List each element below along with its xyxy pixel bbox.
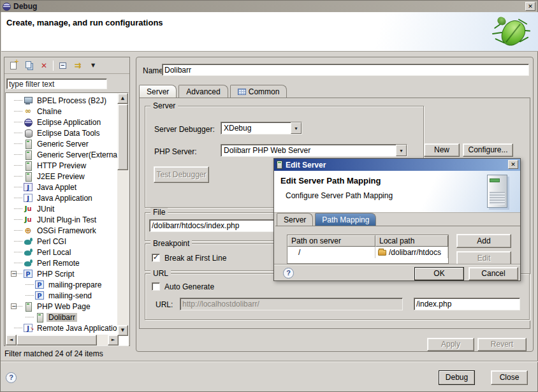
url-path-input[interactable] — [414, 298, 520, 310]
tree-item[interactable]: Dolibarr — [6, 312, 118, 323]
duplicate-config-icon[interactable] — [22, 60, 35, 71]
edit-mapping-button[interactable]: Edit — [456, 251, 511, 264]
expander-icon[interactable] — [11, 271, 17, 277]
tree-item[interactable]: BPEL Process (B2J) — [6, 95, 118, 106]
tree-item[interactable]: Perl Local — [6, 247, 118, 258]
close-button[interactable]: Close — [491, 370, 528, 385]
tree-item-label: PHP Web Page — [35, 302, 92, 311]
dialog-tab-path-mapping[interactable]: Path Mapping — [315, 213, 376, 226]
expander-icon[interactable] — [11, 303, 17, 309]
tree-item[interactable]: mailing-prepare — [6, 279, 118, 290]
tree-item[interactable]: Eclipse Data Tools — [6, 127, 118, 138]
dialog-close-button[interactable]: ✕ — [508, 160, 518, 169]
tree: BPEL Process (B2J)ChaîneEclipse Applicat… — [5, 92, 129, 346]
server-debugger-select[interactable]: XDebug ▼ — [221, 122, 302, 134]
php-icon — [35, 291, 44, 300]
test-debugger-button[interactable]: Test Debugger — [154, 166, 209, 183]
tab-server[interactable]: Server — [139, 85, 177, 98]
remote-java-icon — [24, 324, 33, 332]
php-server-select[interactable]: Dolibarr PHP Web Server ▼ — [221, 144, 407, 157]
revert-button[interactable]: Revert — [477, 338, 527, 351]
local-path-cell: /dolibarr/htdocs — [375, 247, 448, 258]
server-icon — [24, 161, 33, 170]
tree-item[interactable]: JUnit Plug-in Test — [6, 214, 118, 225]
dialog-tab-server[interactable]: Server — [277, 213, 313, 226]
auto-generate-checkbox[interactable] — [152, 282, 160, 291]
collapse-all-icon[interactable]: − — [56, 60, 69, 71]
filter-icon[interactable]: ⇉ — [71, 60, 84, 71]
tree-item[interactable]: HTTP Preview — [6, 160, 118, 171]
tree-item[interactable]: Perl Remote — [6, 258, 118, 268]
cancel-button[interactable]: Cancel — [469, 267, 518, 280]
config-tabs: Server Advanced Common — [139, 85, 287, 98]
ok-button[interactable]: OK — [414, 267, 464, 280]
url-group-legend: URL — [150, 269, 171, 278]
tree-item[interactable]: PHP Script — [6, 268, 118, 279]
vertical-scroll-thumb[interactable] — [117, 104, 128, 170]
tree-item-label: Java Application — [35, 194, 94, 203]
window-title: Debug — [13, 2, 37, 11]
tab-common[interactable]: Common — [230, 85, 287, 98]
dialog-button-bar: ? OK Cancel — [274, 264, 520, 282]
chevron-down-icon[interactable]: ▼ — [396, 145, 407, 156]
new-server-button[interactable]: New — [424, 143, 460, 157]
tree-item[interactable]: Perl CGI — [6, 236, 118, 247]
tree-vertical-scrollbar[interactable]: ▲ ▼ — [117, 93, 128, 336]
url-label: URL: — [156, 300, 173, 309]
new-config-icon[interactable] — [7, 60, 20, 71]
scroll-down-icon[interactable]: ▼ — [117, 325, 128, 336]
tab-advanced[interactable]: Advanced — [178, 85, 228, 98]
column-header[interactable]: Local path — [375, 235, 448, 247]
menu-dropdown-icon[interactable]: ▼ — [87, 60, 99, 71]
tree-item[interactable]: mailing-send — [6, 290, 118, 301]
tree-item-label: Perl Local — [35, 248, 73, 257]
server-icon — [277, 161, 282, 169]
server-group-legend: Server — [150, 101, 178, 110]
filter-input[interactable] — [6, 78, 107, 89]
tree-item[interactable]: PHP Web Page — [6, 301, 118, 312]
horizontal-scroll-thumb[interactable] — [17, 335, 97, 345]
tree-item[interactable]: JUnit — [6, 203, 118, 214]
tree-item[interactable]: OSGi Framework — [6, 225, 118, 236]
junit-plugin-icon — [24, 215, 33, 224]
add-mapping-button[interactable]: Add — [456, 234, 511, 248]
configure-server-button[interactable]: Configure... — [463, 143, 513, 157]
tree-item-label: Generic Server — [35, 140, 91, 149]
dialog-help-icon[interactable]: ? — [283, 268, 294, 279]
table-row[interactable]: //dolibarr/htdocs — [287, 247, 448, 258]
scroll-left-icon[interactable]: ◄ — [6, 335, 17, 345]
server-icon — [35, 313, 44, 321]
break-first-line-checkbox[interactable] — [152, 254, 160, 262]
table-header-row: Path on server Local path — [287, 235, 448, 247]
chevron-down-icon[interactable]: ▼ — [291, 122, 302, 134]
tree-item[interactable]: Java Applet — [6, 182, 118, 192]
perl-icon — [24, 259, 33, 267]
delete-config-icon[interactable]: ✕ — [38, 60, 50, 71]
tree-item[interactable]: Chaîne — [6, 106, 118, 117]
debug-button[interactable]: Debug — [439, 370, 475, 385]
perl-icon — [24, 248, 33, 256]
tree-rows: BPEL Process (B2J)ChaîneEclipse Applicat… — [6, 95, 118, 333]
tree-item[interactable]: Java Application — [6, 192, 118, 203]
tree-item[interactable]: J2EE Preview — [6, 171, 118, 182]
tree-item-label: Java Applet — [35, 183, 78, 192]
page-title: Create, manage, and run configurations — [6, 18, 163, 27]
breakpoint-group-legend: Breakpoint — [150, 239, 192, 248]
tree-item[interactable]: Generic Server — [6, 138, 118, 149]
tree-item-label: Eclipse Application — [35, 118, 103, 127]
bug-icon — [492, 16, 532, 50]
window-close-button[interactable]: ✕ — [525, 2, 535, 11]
path-mapping-panel: Path on server Local path //dolibarr/htd… — [275, 226, 520, 264]
tree-item[interactable]: Generic Server(External La — [6, 149, 118, 160]
column-header[interactable]: Path on server — [287, 235, 375, 247]
apply-button[interactable]: Apply — [427, 338, 474, 351]
tree-item[interactable]: Remote Java Application — [6, 323, 118, 333]
name-input[interactable] — [162, 64, 529, 76]
tree-item-label: mailing-send — [47, 291, 94, 300]
junit-icon — [24, 205, 33, 213]
scroll-up-icon[interactable]: ▲ — [117, 93, 128, 104]
tree-item[interactable]: Eclipse Application — [6, 117, 118, 127]
help-icon[interactable]: ? — [6, 372, 17, 383]
tree-horizontal-scrollbar[interactable]: ◄ ► — [6, 335, 119, 345]
scroll-right-icon[interactable]: ► — [108, 335, 119, 345]
